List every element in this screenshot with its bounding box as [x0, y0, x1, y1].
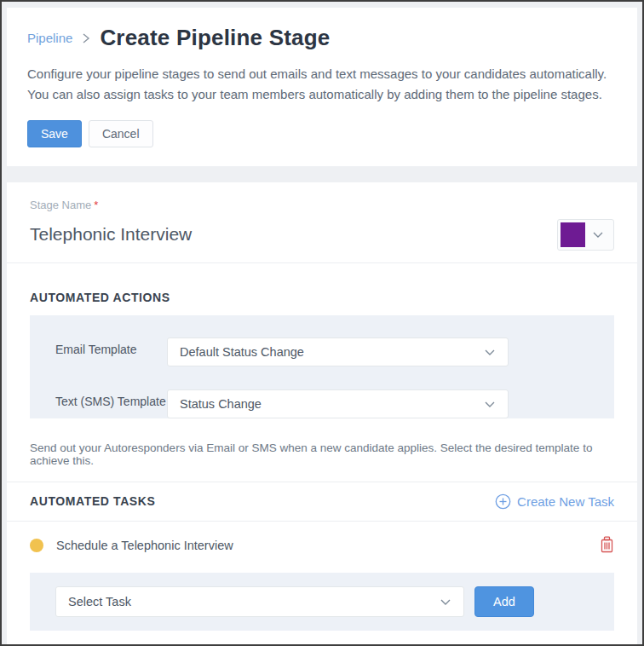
chevron-right-icon [81, 32, 91, 44]
automated-tasks-heading: AUTOMATED TASKS [30, 494, 155, 508]
circle-plus-icon [495, 493, 511, 510]
chevron-down-icon [484, 345, 496, 359]
create-new-task-link[interactable]: Create New Task [495, 493, 614, 510]
email-template-select[interactable]: Default Status Change [167, 337, 509, 366]
select-task-dropdown[interactable]: Select Task [55, 586, 464, 617]
chevron-down-icon [585, 231, 611, 239]
sms-template-select[interactable]: Status Change [167, 389, 509, 418]
header-card: Pipeline Create Pipeline Stage Configure… [7, 8, 637, 166]
breadcrumb-link-pipeline[interactable]: Pipeline [27, 31, 72, 45]
stage-name-input[interactable] [30, 224, 557, 245]
stage-name-row [30, 212, 614, 262]
task-row: Schedule a Telephonic Interview [7, 522, 637, 570]
automated-actions-heading: AUTOMATED ACTIONS [24, 291, 614, 304]
form-actions: Save Cancel [27, 120, 617, 147]
cancel-button[interactable]: Cancel [89, 120, 153, 147]
email-template-label: Email Template [55, 337, 167, 366]
chevron-down-icon [440, 595, 451, 609]
automated-tasks-helper: Automatically add and assign tasks to yo… [30, 642, 614, 646]
stage-name-block: Stage Name* [7, 182, 637, 263]
automated-actions-panel: Email Template Default Status Change Tex… [30, 315, 614, 418]
automated-tasks-header: AUTOMATED TASKS Create New Task [7, 482, 637, 522]
delete-task-button[interactable] [600, 536, 614, 556]
stage-name-label-row: Stage Name* [30, 197, 614, 212]
stage-form-card: Stage Name* AUTOMATED ACTIONS Email Temp… [7, 182, 637, 646]
page-description: Configure your pipeline stages to send o… [27, 64, 617, 106]
create-new-task-label: Create New Task [517, 494, 614, 509]
color-swatch [561, 222, 585, 247]
sms-template-value: Status Change [180, 397, 262, 411]
add-task-button[interactable]: Add [474, 586, 534, 617]
breadcrumb: Pipeline Create Pipeline Stage [27, 25, 617, 51]
task-name: Schedule a Telephonic Interview [56, 539, 233, 552]
add-task-panel: Select Task Add [30, 573, 614, 631]
page-title: Create Pipeline Stage [100, 25, 330, 51]
automated-actions-helper: Send out your Autoresponders via Email o… [30, 441, 614, 467]
sms-template-field: Text (SMS) Template Status Change [55, 389, 589, 418]
required-asterisk: * [94, 199, 98, 211]
stage-color-picker[interactable] [557, 219, 614, 251]
stage-name-label: Stage Name [30, 199, 91, 211]
save-button[interactable]: Save [27, 120, 82, 147]
email-template-value: Default Status Change [180, 345, 304, 359]
task-status-dot [30, 539, 43, 552]
email-template-field: Email Template Default Status Change [55, 337, 589, 366]
select-task-placeholder: Select Task [68, 595, 131, 609]
trash-icon [600, 536, 614, 556]
chevron-down-icon [484, 397, 496, 411]
create-pipeline-stage-page: Pipeline Create Pipeline Stage Configure… [0, 0, 644, 646]
sms-template-label: Text (SMS) Template [55, 389, 167, 418]
